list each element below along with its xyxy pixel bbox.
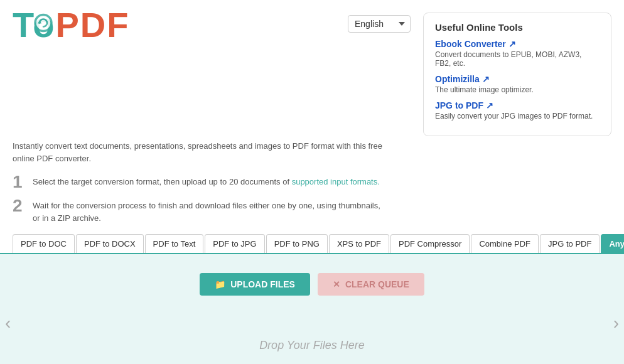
tool-link-optimizilla[interactable]: Optimizilla ↗ bbox=[435, 74, 490, 84]
clear-icon: ✕ bbox=[333, 279, 340, 289]
upload-area: ‹ › 📁 UPLOAD FILES ✕ CLEAR QUEUE Drop Yo… bbox=[0, 254, 624, 364]
clear-queue-button[interactable]: ✕ CLEAR QUEUE bbox=[318, 273, 424, 296]
header: T o PDF English Français Deutsch Español bbox=[0, 0, 624, 136]
step-1-number: 1 bbox=[13, 173, 25, 191]
upload-icon: 📁 bbox=[215, 279, 225, 289]
tagline-text: Instantly convert text documents, presen… bbox=[13, 140, 389, 164]
tool-desc-jpgtopdf: Easily convert your JPG images to PDF fo… bbox=[435, 112, 600, 120]
tabs-container: PDF to DOC PDF to DOCX PDF to Text PDF t… bbox=[0, 234, 624, 254]
step-2: 2 Wait for the conversion process to fin… bbox=[13, 197, 389, 224]
tab-pdf-to-docx[interactable]: PDF to DOCX bbox=[76, 234, 144, 253]
tool-desc-ebook: Convert documents to EPUB, MOBI, AZW3, F… bbox=[435, 50, 600, 68]
tools-box-title: Useful Online Tools bbox=[435, 22, 600, 33]
tab-xps-to-pdf[interactable]: XPS to PDF bbox=[329, 234, 389, 253]
tab-any-to-pdf[interactable]: Any to PDF bbox=[601, 234, 624, 253]
step-2-text: Wait for the conversion process to finis… bbox=[33, 197, 389, 224]
tool-link-ebook[interactable]: Ebook Converter ↗ bbox=[435, 39, 516, 49]
tab-jpg-to-pdf[interactable]: JPG to PDF bbox=[540, 234, 600, 253]
step-1: 1 Select the target conversion format, t… bbox=[13, 173, 389, 191]
logo-to: T bbox=[13, 8, 33, 43]
logo-area: T o PDF bbox=[13, 8, 129, 43]
language-selector-wrapper: English Français Deutsch Español Portugu… bbox=[348, 15, 411, 33]
steps-list: 1 Select the target conversion format, t… bbox=[13, 173, 389, 224]
tool-item-optimizilla: Optimizilla ↗ The ultimate image optimiz… bbox=[435, 74, 600, 94]
step-1-text-content: Select the target conversion format, the… bbox=[33, 177, 292, 186]
logo-pdf: PDF bbox=[55, 8, 129, 43]
tab-pdf-to-png[interactable]: PDF to PNG bbox=[266, 234, 328, 253]
upload-buttons-row: 📁 UPLOAD FILES ✕ CLEAR QUEUE bbox=[200, 273, 424, 296]
upload-files-button[interactable]: 📁 UPLOAD FILES bbox=[200, 273, 310, 296]
tool-item-jpgtopdf: JPG to PDF ↗ Easily convert your JPG ima… bbox=[435, 100, 600, 120]
tool-desc-optimizilla: The ultimate image optimizer. bbox=[435, 85, 600, 94]
drop-zone[interactable]: Drop Your Files Here bbox=[13, 308, 611, 358]
tab-pdf-to-text[interactable]: PDF to Text bbox=[145, 234, 204, 253]
tab-combine-pdf[interactable]: Combine PDF bbox=[471, 234, 539, 253]
svg-point-0 bbox=[35, 15, 51, 31]
nav-prev-arrow[interactable]: ‹ bbox=[0, 307, 16, 340]
tool-link-jpgtopdf[interactable]: JPG to PDF ↗ bbox=[435, 100, 493, 110]
logo-circle-arrow-icon bbox=[33, 13, 53, 38]
info-section: Instantly convert text documents, presen… bbox=[0, 136, 402, 224]
tool-item-ebook: Ebook Converter ↗ Convert documents to E… bbox=[435, 39, 600, 68]
clear-btn-label: CLEAR QUEUE bbox=[345, 279, 409, 289]
upload-btn-label: UPLOAD FILES bbox=[230, 279, 295, 289]
useful-tools-box: Useful Online Tools Ebook Converter ↗ Co… bbox=[423, 13, 611, 136]
language-select[interactable]: English Français Deutsch Español Portugu… bbox=[348, 15, 411, 33]
tab-pdf-compressor[interactable]: PDF Compressor bbox=[390, 234, 470, 253]
step-1-text: Select the target conversion format, the… bbox=[33, 173, 380, 188]
tab-pdf-to-doc[interactable]: PDF to DOC bbox=[13, 234, 75, 253]
nav-next-arrow[interactable]: › bbox=[608, 307, 624, 340]
drop-zone-text: Drop Your Files Here bbox=[259, 339, 365, 352]
step-2-number: 2 bbox=[13, 197, 25, 215]
tab-pdf-to-jpg[interactable]: PDF to JPG bbox=[205, 234, 264, 253]
step-1-link[interactable]: supported input formats. bbox=[292, 177, 380, 186]
